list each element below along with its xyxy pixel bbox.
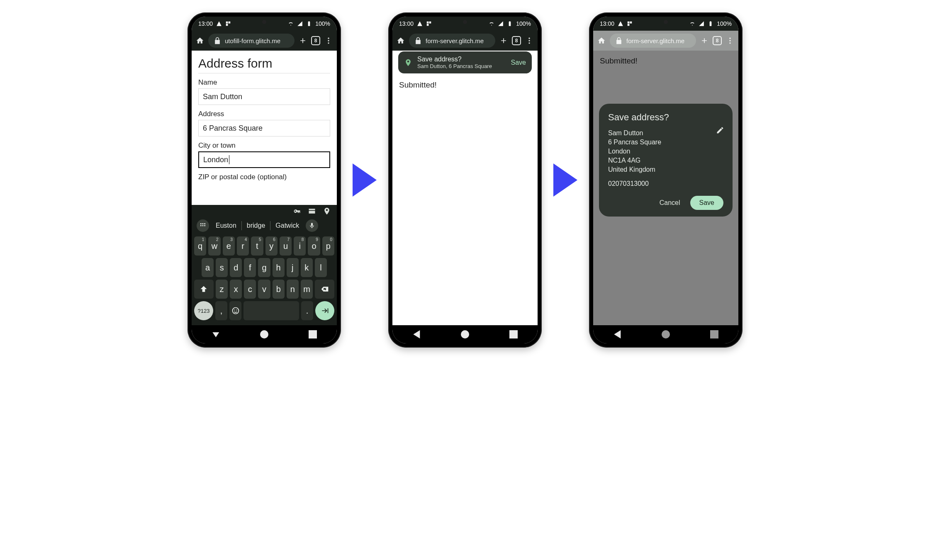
key-space[interactable] [243, 301, 299, 320]
suggestion-2[interactable]: bridge [242, 222, 270, 229]
grid-icon[interactable] [197, 219, 209, 232]
menu-icon[interactable] [726, 37, 734, 45]
input-city[interactable]: London [198, 151, 330, 168]
nav-back[interactable] [412, 330, 421, 338]
nav-recent[interactable] [509, 330, 518, 338]
flow-arrow [353, 163, 377, 197]
url-pill[interactable]: form-server.glitch.me [610, 34, 696, 48]
addr-line: London [608, 148, 723, 155]
key-w[interactable]: w2 [208, 236, 220, 256]
key-row-2: asdfghjkl [194, 258, 334, 277]
nav-home[interactable] [260, 330, 268, 338]
key-f[interactable]: f [244, 258, 256, 277]
key-l[interactable]: l [315, 258, 327, 277]
phone-3: 13:00 100% form-server.glitch.me 8 Submi [589, 12, 743, 348]
url-bar[interactable]: form-server.glitch.me 8 [593, 31, 738, 51]
suggestion-3[interactable]: Gatwick [270, 222, 304, 229]
key-d[interactable]: d [230, 258, 242, 277]
url-pill[interactable]: form-server.glitch.me [409, 34, 495, 48]
page-content: Address form Name Sam Dutton Address 6 P… [192, 51, 337, 205]
addr-line: Sam Dutton [608, 129, 723, 137]
soft-keyboard[interactable]: Euston bridge Gatwick q1w2e3r4t5y6u7i8o9… [192, 205, 337, 325]
input-address[interactable]: 6 Pancras Square [198, 120, 330, 136]
android-navbar [192, 325, 337, 343]
key-e[interactable]: e3 [223, 236, 235, 256]
home-icon[interactable] [397, 37, 405, 45]
text-caret [229, 155, 229, 164]
url-pill[interactable]: utofill-form.glitch.me [208, 34, 295, 48]
key-c[interactable]: c [244, 280, 256, 299]
addr-line: 6 Pancras Square [608, 139, 723, 146]
keyboard-suggestions: Euston bridge Gatwick [192, 217, 337, 234]
svg-point-4 [234, 309, 235, 310]
nav-recent[interactable] [309, 330, 317, 338]
key-r[interactable]: r4 [237, 236, 249, 256]
key-u[interactable]: u7 [280, 236, 292, 256]
signal-icon [699, 21, 704, 27]
phone-2: 13:00 100% form-server.glitch.me 8 [388, 12, 542, 348]
key-j[interactable]: j [287, 258, 299, 277]
key-q[interactable]: q1 [194, 236, 206, 256]
key-z[interactable]: z [216, 280, 228, 299]
key-n[interactable]: n [287, 280, 299, 299]
nav-home[interactable] [461, 330, 469, 338]
mic-icon[interactable] [306, 219, 318, 232]
key-x[interactable]: x [230, 280, 242, 299]
wifi-icon [288, 21, 294, 27]
pin-icon[interactable] [323, 207, 331, 215]
key-a[interactable]: a [202, 258, 214, 277]
key-period[interactable]: . [301, 301, 313, 320]
addr-line: United Kingdom [608, 166, 723, 173]
cancel-button[interactable]: Cancel [655, 196, 685, 210]
key-icon[interactable] [293, 207, 301, 215]
new-tab-icon[interactable] [499, 37, 508, 45]
signal-icon [498, 21, 504, 27]
key-backspace[interactable] [315, 280, 334, 299]
wifi-icon [689, 21, 695, 27]
key-y[interactable]: y6 [265, 236, 278, 256]
url-bar[interactable]: utofill-form.glitch.me 8 [192, 31, 337, 51]
key-k[interactable]: k [301, 258, 313, 277]
key-v[interactable]: v [258, 280, 270, 299]
key-p[interactable]: p0 [322, 236, 334, 256]
svg-point-7 [528, 40, 530, 41]
nav-back[interactable] [212, 330, 220, 338]
tab-count[interactable]: 8 [311, 36, 320, 45]
key-emoji[interactable] [229, 301, 241, 320]
key-o[interactable]: o9 [308, 236, 320, 256]
menu-icon[interactable] [324, 37, 333, 45]
home-icon[interactable] [597, 37, 606, 45]
key-m[interactable]: m [301, 280, 313, 299]
key-h[interactable]: h [273, 258, 285, 277]
signal-icon [297, 21, 303, 27]
home-icon[interactable] [196, 37, 204, 45]
tab-count[interactable]: 8 [512, 36, 521, 45]
save-button[interactable]: Save [690, 196, 723, 210]
key-shift[interactable] [194, 280, 214, 299]
key-t[interactable]: t5 [251, 236, 263, 256]
new-tab-icon[interactable] [700, 37, 708, 45]
card-icon[interactable] [308, 207, 316, 215]
menu-icon[interactable] [525, 37, 533, 45]
key-comma[interactable]: , [215, 301, 227, 320]
key-s[interactable]: s [216, 258, 228, 277]
key-i[interactable]: i8 [294, 236, 306, 256]
key-next[interactable] [315, 301, 334, 320]
new-tab-icon[interactable] [299, 37, 307, 45]
banner-save-button[interactable]: Save [511, 59, 526, 66]
url-bar[interactable]: form-server.glitch.me 8 [392, 31, 538, 51]
apps-icon [426, 21, 432, 27]
submitted-text: Submitted! [399, 80, 531, 90]
tab-count[interactable]: 8 [713, 36, 722, 45]
lock-icon [615, 37, 623, 45]
key-b[interactable]: b [273, 280, 285, 299]
key-symbols[interactable]: ?123 [194, 301, 213, 320]
svg-point-10 [729, 40, 730, 41]
edit-button[interactable] [716, 126, 724, 136]
svg-point-3 [232, 308, 239, 314]
key-g[interactable]: g [258, 258, 270, 277]
svg-point-11 [729, 42, 730, 44]
suggestion-1[interactable]: Euston [211, 222, 241, 229]
input-name[interactable]: Sam Dutton [198, 88, 330, 105]
save-address-banner[interactable]: Save address? Sam Dutton, 6 Pancras Squa… [398, 51, 532, 73]
